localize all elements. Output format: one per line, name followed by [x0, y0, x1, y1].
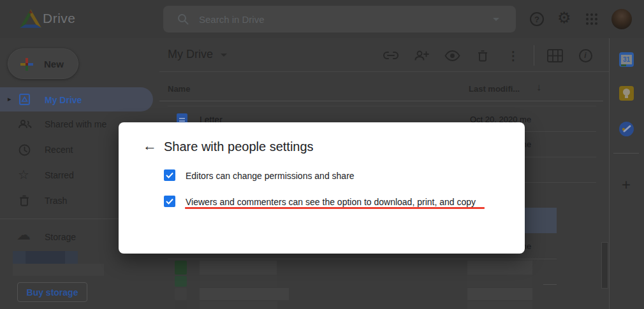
- file-date-blur: [467, 275, 532, 287]
- search-placeholder: Search in Drive: [199, 14, 265, 25]
- file-date-blur: [467, 288, 532, 300]
- search-input[interactable]: Search in Drive: [163, 6, 516, 32]
- sheet-file-icon: [175, 276, 187, 287]
- file-name-blur: [200, 288, 289, 300]
- sidebar-item-label: Shared with me: [45, 119, 106, 129]
- back-arrow-icon[interactable]: ←: [143, 139, 157, 153]
- get-link-icon[interactable]: [382, 47, 400, 64]
- my-drive-icon: [19, 94, 30, 105]
- app-title: Drive: [43, 11, 76, 26]
- toolbar-underline: [159, 71, 609, 72]
- sidebar-item-label: Storage: [45, 232, 76, 242]
- column-header-last-modified[interactable]: Last modifi...: [469, 84, 520, 94]
- column-header-name[interactable]: Name: [168, 84, 190, 94]
- file-date-blur: [467, 301, 532, 309]
- apps-grid-icon[interactable]: [586, 13, 597, 25]
- preview-eye-icon[interactable]: [443, 47, 461, 64]
- add-person-icon[interactable]: [413, 47, 430, 64]
- help-icon[interactable]: ?: [530, 12, 544, 26]
- folder-caret-icon[interactable]: [221, 54, 227, 57]
- panel-divider: [609, 38, 610, 309]
- toolbar-divider: [534, 45, 534, 66]
- delete-trash-icon[interactable]: [474, 47, 492, 64]
- viewers-checkbox[interactable]: [164, 196, 175, 207]
- file-icon-blur: [175, 301, 187, 309]
- buy-storage-label: Buy storage: [27, 287, 78, 298]
- file-date-blur: [467, 261, 532, 275]
- panel-mini-divider: [613, 153, 639, 154]
- folder-title[interactable]: My Drive: [168, 48, 213, 61]
- option-label: Editors can change permissions and share: [186, 171, 355, 181]
- info-icon[interactable]: i: [576, 47, 594, 64]
- grid-view-icon[interactable]: [546, 47, 564, 64]
- calendar-icon[interactable]: 31: [619, 52, 634, 67]
- drive-logo-icon: [20, 9, 41, 28]
- shared-people-icon: [18, 120, 32, 129]
- row-divider: [168, 259, 557, 259]
- new-button[interactable]: New: [8, 48, 78, 79]
- table-top-border: [168, 106, 596, 106]
- file-name-blur: [200, 261, 277, 275]
- account-avatar[interactable]: [611, 9, 632, 29]
- keep-icon[interactable]: [619, 86, 634, 101]
- star-icon: ☆: [18, 168, 29, 181]
- scrollbar-thumb[interactable]: [601, 242, 608, 289]
- search-icon: [177, 13, 189, 25]
- app-header: Drive Search in Drive ? ⚙: [0, 0, 644, 38]
- new-button-label: New: [44, 59, 64, 69]
- sidebar-item-my-drive[interactable]: ▸ My Drive: [0, 87, 153, 111]
- buy-storage-button[interactable]: Buy storage: [17, 282, 87, 302]
- annotation-underline: [185, 207, 485, 209]
- more-options-icon[interactable]: ⋮: [504, 47, 522, 64]
- storage-usage-blur: [26, 251, 65, 264]
- search-options-caret-icon[interactable]: [493, 18, 499, 21]
- sidebar-item-label: My Drive: [45, 95, 82, 105]
- multicolor-plus-icon: [19, 57, 34, 72]
- sort-descending-icon[interactable]: ↓: [536, 82, 541, 92]
- clock-icon: [18, 144, 31, 156]
- sidebar-item-label: Trash: [45, 196, 67, 206]
- file-name-blur: [200, 275, 277, 287]
- sidebar-item-label: Starred: [45, 170, 74, 180]
- file-icon-blur: [175, 288, 187, 300]
- editors-checkbox[interactable]: [164, 169, 175, 181]
- expand-caret-icon[interactable]: ▸: [8, 96, 11, 103]
- sheet-file-icon: [175, 261, 187, 275]
- table-header-divider: [159, 101, 603, 101]
- option-label: Viewers and commenters can see the optio…: [186, 197, 476, 207]
- sidebar-item-label: Recent: [45, 145, 73, 155]
- divider-fragment: [543, 284, 557, 285]
- cloud-icon: ☁: [17, 228, 31, 242]
- add-addon-icon[interactable]: +: [622, 177, 631, 192]
- settings-gear-icon[interactable]: ⚙: [557, 10, 571, 25]
- share-settings-modal: ← Share with people settings Editors can…: [119, 122, 525, 254]
- drive-app-screen: Drive Search in Drive ? ⚙: [0, 0, 644, 309]
- trash-icon: [19, 195, 29, 206]
- modal-title: Share with people settings: [164, 140, 314, 154]
- tasks-icon[interactable]: [619, 122, 634, 136]
- file-name-blur: [200, 301, 277, 309]
- storage-detail-blur: [13, 264, 104, 276]
